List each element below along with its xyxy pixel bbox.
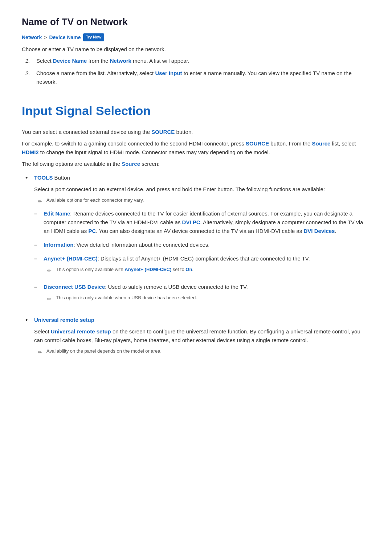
tools-content: TOOLS Button Select a port connected to … <box>34 173 370 311</box>
breadcrumb-device-name[interactable]: Device Name <box>49 33 81 41</box>
step-1: 1. Select Device Name from the Network m… <box>25 57 370 65</box>
breadcrumb: Network > Device Name Try Now <box>22 33 370 41</box>
pencil-icon-1: ✏ <box>38 197 44 205</box>
sub-edit-name: – Edit Name: Rename devices connected to… <box>34 209 370 235</box>
section1-steps: 1. Select Device Name from the Network m… <box>22 57 370 86</box>
breadcrumb-separator: > <box>44 33 47 41</box>
bullet-universal-remote: • Universal remote setup Select Universa… <box>25 316 370 359</box>
anynet-note: ✏ This option is only available with Any… <box>44 266 370 275</box>
step1-num: 1. <box>25 57 33 65</box>
breadcrumb-network[interactable]: Network <box>22 33 42 41</box>
section1-title: Name of TV on Network <box>22 15 370 30</box>
section2-intro2: For example, to switch to a gaming conso… <box>22 139 370 157</box>
step2-num: 2. <box>25 69 33 86</box>
section-name-of-tv: Name of TV on Network Network > Device N… <box>22 15 370 86</box>
sub-anynet: – Anynet+ (HDMI-CEC): Displays a list of… <box>34 254 370 278</box>
section2-intro3: The following options are available in t… <box>22 160 370 168</box>
usb-note: ✏ This option is only available when a U… <box>44 294 370 303</box>
universal-remote-description: Select Universal remote setup on the scr… <box>34 327 370 345</box>
sub-information: – Information: View detailed information… <box>34 241 370 249</box>
pencil-icon-2: ✏ <box>47 267 53 275</box>
bullet-tools: • TOOLS Button Select a port connected t… <box>25 173 370 311</box>
step-2: 2. Choose a name from the list. Alternat… <box>25 69 370 86</box>
step2-text: Choose a name from the list. Alternative… <box>36 69 370 86</box>
section1-intro: Choose or enter a TV name to be displaye… <box>22 45 370 54</box>
tools-note: ✏ Available options for each connector m… <box>34 197 370 205</box>
try-now-badge[interactable]: Try Now <box>83 33 105 41</box>
pencil-icon-3: ✏ <box>47 295 53 303</box>
step1-text: Select Device Name from the Network menu… <box>36 57 189 65</box>
sub-disconnect-usb: – Disconnect USB Device: Used to safely … <box>34 283 370 306</box>
section-input-signal: Input Signal Selection You can select a … <box>22 101 370 359</box>
tools-description: Select a port connected to an external d… <box>34 185 370 194</box>
section2-bullets: • TOOLS Button Select a port connected t… <box>22 173 370 359</box>
bullet-dot-2: • <box>25 316 30 359</box>
universal-remote-note: ✏ Availability on the panel depends on t… <box>34 348 370 356</box>
pencil-icon-4: ✏ <box>38 348 44 356</box>
universal-remote-content: Universal remote setup Select Universal … <box>34 316 370 359</box>
tools-sub-items: – Edit Name: Rename devices connected to… <box>34 209 370 306</box>
bullet-dot-1: • <box>25 173 30 311</box>
section2-intro1: You can select a connected external devi… <box>22 128 370 136</box>
section2-title: Input Signal Selection <box>22 101 370 120</box>
